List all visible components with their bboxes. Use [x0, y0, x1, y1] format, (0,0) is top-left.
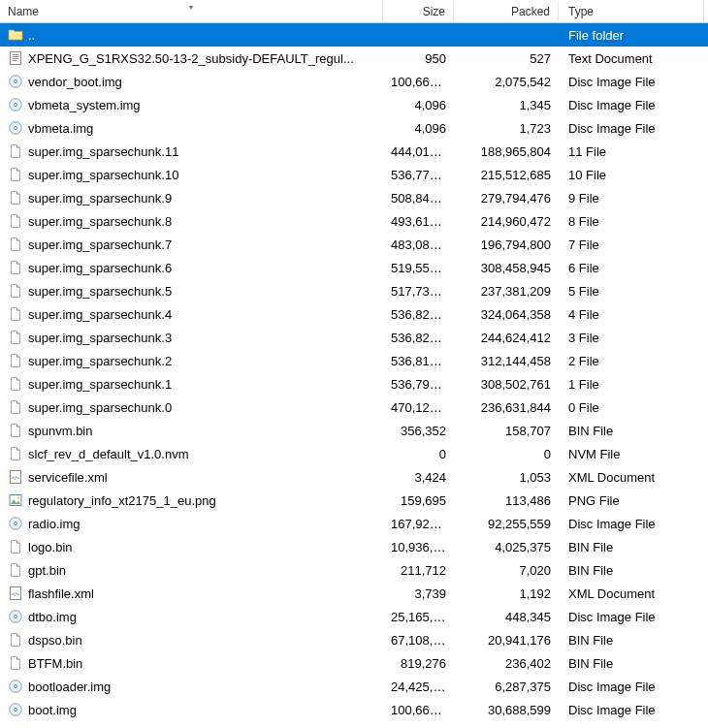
filename-label: regulatory_info_xt2175_1_eu.png — [28, 493, 216, 508]
cell-type: 2 File — [559, 352, 704, 370]
table-row[interactable]: spunvm.bin356,352158,707BIN File — [0, 419, 708, 442]
cell-packed: 244,624,412 — [454, 329, 559, 347]
cell-packed: 1,345 — [454, 96, 559, 114]
cell-name: </>flashfile.xml — [0, 584, 383, 603]
table-row[interactable]: super.img_sparsechunk.2536,817,948312,14… — [0, 349, 708, 372]
table-row[interactable]: vbmeta_system.img4,0961,345Disc Image Fi… — [0, 93, 708, 116]
table-row[interactable]: dspso.bin67,108,86420,941,176BIN File — [0, 628, 708, 651]
column-header-name[interactable]: Name ▾ — [0, 2, 383, 21]
file-icon — [8, 237, 23, 252]
table-row[interactable]: dtbo.img25,165,824448,345Disc Image File — [0, 605, 708, 628]
cell-type: File folder — [559, 26, 704, 45]
table-row[interactable]: super.img_sparsechunk.6519,553,456308,45… — [0, 256, 708, 279]
cell-type: 8 File — [559, 212, 704, 231]
cell-packed: 312,144,458 — [454, 352, 559, 370]
file-icon — [8, 562, 23, 578]
cell-packed: 215,512,685 — [454, 166, 559, 184]
table-row[interactable]: slcf_rev_d_default_v1.0.nvm00NVM File — [0, 442, 708, 465]
svg-point-15 — [17, 496, 19, 498]
cell-type: Disc Image File — [559, 96, 704, 114]
cell-size: 536,826,152 — [383, 329, 454, 347]
cell-packed: 1,723 — [454, 119, 559, 138]
table-row[interactable]: vbmeta.img4,0961,723Disc Image File — [0, 116, 708, 140]
cell-size: 536,826,140 — [383, 305, 454, 324]
cell-size: 25,165,824 — [383, 608, 454, 626]
svg-point-21 — [14, 615, 16, 617]
cell-packed: 4,025,375 — [454, 538, 559, 556]
table-row[interactable]: super.img_sparsechunk.11444,018,940188,9… — [0, 140, 708, 163]
table-row[interactable]: </>servicefile.xml3,4241,053XML Document — [0, 465, 708, 489]
table-row[interactable]: boot.img100,663,29630,688,599Disc Image … — [0, 698, 708, 721]
cell-size: 470,126,960 — [383, 398, 454, 417]
table-row[interactable]: logo.bin10,936,3204,025,375BIN File — [0, 535, 708, 558]
disc-icon — [8, 702, 23, 717]
table-row[interactable]: BTFM.bin819,276236,402BIN File — [0, 651, 708, 675]
table-row[interactable]: regulatory_info_xt2175_1_eu.png159,69511… — [0, 489, 708, 512]
table-row[interactable]: super.img_sparsechunk.7483,082,796196,79… — [0, 233, 708, 256]
table-row[interactable]: super.img_sparsechunk.8493,613,368214,96… — [0, 209, 708, 233]
table-row[interactable]: super.img_sparsechunk.10536,773,244215,5… — [0, 163, 708, 186]
cell-name: slcf_rev_d_default_v1.0.nvm — [0, 444, 383, 463]
table-row[interactable]: super.img_sparsechunk.5517,730,616237,38… — [0, 279, 708, 302]
cell-packed: 92,255,559 — [454, 515, 559, 533]
cell-packed: 20,941,176 — [454, 631, 559, 649]
cell-type: 0 File — [559, 398, 704, 417]
cell-name: boot.img — [0, 700, 383, 719]
filename-label: boot.img — [28, 703, 77, 717]
disc-icon — [8, 74, 23, 89]
table-row[interactable]: vendor_boot.img100,663,2962,075,542Disc … — [0, 70, 708, 93]
cell-packed: 6,287,375 — [454, 678, 559, 696]
filename-label: radio.img — [28, 517, 80, 531]
table-row[interactable]: super.img_sparsechunk.0470,126,960236,63… — [0, 396, 708, 419]
table-row[interactable]: gpt.bin211,7127,020BIN File — [0, 558, 708, 582]
cell-type: BIN File — [559, 422, 704, 440]
cell-size: 24,425,472 — [383, 678, 454, 696]
cell-size: 517,730,616 — [383, 282, 454, 301]
file-icon — [8, 376, 23, 392]
cell-name: super.img_sparsechunk.9 — [0, 188, 383, 207]
file-icon — [8, 399, 23, 415]
cell-name: vbmeta_system.img — [0, 95, 383, 114]
cell-name: </>servicefile.xml — [0, 467, 383, 487]
cell-size: 508,842,388 — [383, 189, 454, 207]
column-header-type[interactable]: Type — [559, 2, 704, 21]
file-icon — [8, 283, 23, 299]
cell-size: 167,925,504 — [383, 515, 454, 533]
filename-label: dtbo.img — [28, 610, 77, 624]
cell-type: PNG File — [559, 491, 704, 510]
table-row[interactable]: </>flashfile.xml3,7391,192XML Document — [0, 582, 708, 605]
column-header-size[interactable]: Size — [383, 2, 454, 21]
table-row[interactable]: XPENG_G_S1RXS32.50-13-2_subsidy-DEFAULT_… — [0, 47, 708, 70]
cell-packed: 279,794,476 — [454, 189, 559, 207]
filename-label: super.img_sparsechunk.5 — [28, 284, 172, 299]
table-row[interactable]: ..File folder — [0, 23, 708, 47]
cell-packed: 158,707 — [454, 422, 559, 440]
cell-packed: 236,402 — [454, 654, 559, 673]
cell-packed: 2,075,542 — [454, 73, 559, 91]
cell-packed: 188,965,804 — [454, 142, 559, 161]
cell-name: dtbo.img — [0, 607, 383, 626]
table-row[interactable]: bootloader.img24,425,4726,287,375Disc Im… — [0, 675, 708, 698]
cell-name: BTFM.bin — [0, 653, 383, 673]
table-row[interactable]: super.img_sparsechunk.9508,842,388279,79… — [0, 186, 708, 209]
cell-size: 536,817,948 — [383, 352, 454, 370]
cell-name: super.img_sparsechunk.3 — [0, 328, 383, 347]
file-icon — [8, 306, 23, 322]
cell-packed: 527 — [454, 49, 559, 68]
svg-point-10 — [14, 126, 16, 129]
cell-packed: 308,458,945 — [454, 259, 559, 277]
cell-packed — [454, 33, 559, 37]
cell-type: XML Document — [559, 468, 704, 487]
table-row[interactable]: super.img_sparsechunk.3536,826,152244,62… — [0, 326, 708, 349]
table-row[interactable]: radio.img167,925,50492,255,559Disc Image… — [0, 512, 708, 535]
cell-type: Disc Image File — [559, 608, 704, 626]
cell-size: 3,739 — [383, 585, 454, 603]
table-row[interactable]: super.img_sparsechunk.4536,826,140324,06… — [0, 302, 708, 326]
cell-size: 444,018,940 — [383, 142, 454, 161]
column-header-packed[interactable]: Packed — [454, 2, 559, 21]
filename-label: vendor_boot.img — [28, 75, 122, 89]
table-row[interactable]: super.img_sparsechunk.1536,793,608308,50… — [0, 372, 708, 396]
svg-point-8 — [14, 103, 16, 106]
cell-name: super.img_sparsechunk.10 — [0, 165, 383, 184]
file-icon — [8, 446, 23, 461]
